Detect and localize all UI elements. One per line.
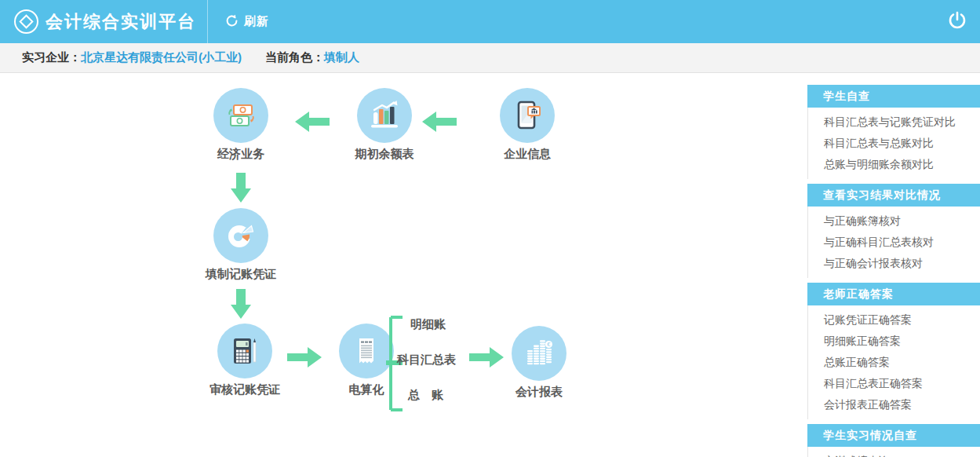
coin-stacks-icon: € (512, 326, 567, 381)
sidebar-list: 科目汇总表与记账凭证对比 科目汇总表与总账对比 总账与明细账余额对比 (807, 108, 980, 179)
sidebar-section-title: 老师正确答案 (807, 283, 980, 305)
flowchart: 经济业务 期初余额表 (0, 0, 808, 457)
sidebar-section-title: 学生自查 (807, 85, 980, 108)
branch-label-general-ledger: 总 账 (408, 388, 443, 403)
page: 会计综合实训平台 刷新 实习企业： 北京星达有限责任公司(小工业) (0, 0, 980, 457)
sidebar-section-title: 学生实习情况自查 (807, 424, 980, 447)
arrow-left-icon (422, 110, 457, 133)
branch-label-subject-summary: 科目汇总表 (397, 353, 456, 367)
arrow-down-icon (229, 173, 253, 203)
flow-node-audit-voucher[interactable]: 审核记账凭证 (202, 324, 288, 397)
flow-node-label: 审核记账凭证 (202, 382, 288, 397)
flow-node-label: 企业信息 (484, 147, 570, 162)
bar-chart-icon (357, 88, 412, 143)
sidebar-item[interactable]: 记账凭证正确答案 (808, 309, 980, 331)
arrow-down-icon (229, 289, 253, 319)
sidebar-item[interactable]: 与正确账簿核对 (808, 210, 980, 232)
sidebar-section-compare-results: 查看实习结果对比情况 与正确账簿核对 与正确科目汇总表核对 与正确会计报表核对 (807, 184, 980, 278)
sidebar-item[interactable]: 总账正确答案 (808, 352, 980, 373)
flow-node-company-info[interactable]: 企业信息 (484, 88, 570, 162)
sidebar-list: 实训成绩查询 (807, 447, 980, 457)
sidebar-item[interactable]: 实训成绩查询 (808, 451, 980, 457)
power-icon (947, 21, 967, 33)
sidebar: 学生自查 科目汇总表与记账凭证对比 科目汇总表与总账对比 总账与明细账余额对比 … (807, 85, 980, 457)
sidebar-list: 记账凭证正确答案 明细账正确答案 总账正确答案 科目汇总表正确答案 会计报表正确… (807, 305, 980, 419)
tablet-info-icon (500, 88, 555, 143)
flow-node-fill-voucher[interactable]: 填制记账凭证 (198, 208, 284, 282)
sidebar-list: 与正确账簿核对 与正确科目汇总表核对 与正确会计报表核对 (807, 207, 980, 278)
flow-node-label: 经济业务 (198, 147, 284, 162)
banknotes-icon (213, 88, 268, 143)
flow-node-label: 填制记账凭证 (198, 267, 284, 282)
flow-node-opening-balance[interactable]: 期初余额表 (341, 88, 428, 162)
flow-node-label: 期初余额表 (341, 147, 428, 162)
sidebar-section-teacher-answers: 老师正确答案 记账凭证正确答案 明细账正确答案 总账正确答案 科目汇总表正确答案… (807, 283, 980, 419)
sidebar-item[interactable]: 总账与明细账余额对比 (808, 154, 980, 175)
sidebar-item[interactable]: 科目汇总表与记账凭证对比 (808, 112, 980, 133)
flow-node-accounting-report[interactable]: € 会计报表 (496, 326, 582, 400)
flow-node-label: 会计报表 (496, 385, 582, 400)
sidebar-item[interactable]: 与正确会计报表核对 (808, 253, 980, 274)
arrow-right-icon (287, 345, 322, 369)
arrow-left-icon (295, 110, 330, 133)
sidebar-item[interactable]: 科目汇总表正确答案 (808, 373, 980, 394)
branch-label-detail-ledger: 明细账 (410, 317, 446, 332)
calculator-icon (217, 324, 272, 378)
sidebar-section-self-check: 学生自查 科目汇总表与记账凭证对比 科目汇总表与总账对比 总账与明细账余额对比 (807, 85, 980, 179)
logout-button[interactable] (947, 10, 980, 33)
svg-text:€: € (547, 342, 550, 348)
sidebar-item[interactable]: 明细账正确答案 (808, 331, 980, 352)
sidebar-item[interactable]: 科目汇总表与总账对比 (808, 133, 980, 154)
flow-node-economic-business[interactable]: 经济业务 (198, 88, 284, 162)
pie-chart-icon (213, 208, 268, 263)
sidebar-section-practice-status: 学生实习情况自查 实训成绩查询 (807, 424, 980, 457)
sidebar-item[interactable]: 与正确科目汇总表核对 (808, 232, 980, 253)
sidebar-item[interactable]: 会计报表正确答案 (808, 394, 980, 415)
sidebar-section-title: 查看实习结果对比情况 (807, 184, 980, 207)
